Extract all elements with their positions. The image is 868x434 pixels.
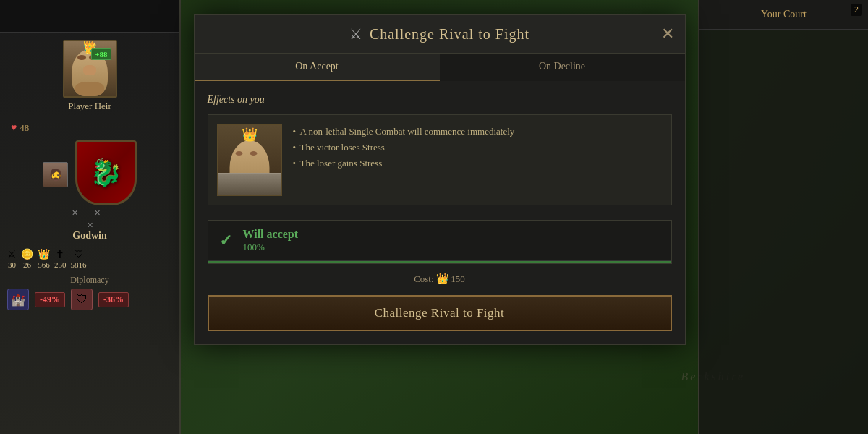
will-accept-section: ✓ Will accept 100%	[208, 220, 672, 264]
accept-text-group: Will accept 100%	[243, 228, 299, 253]
challenge-dialog: ⚔ Challenge Rival to Fight ✕ On Accept O…	[194, 14, 686, 345]
diplomacy-flag-1: 🏰	[7, 289, 29, 310]
cost-value: 150	[451, 273, 465, 284]
tab-on-accept[interactable]: On Accept	[195, 54, 440, 81]
piety-value: 48	[20, 122, 29, 134]
close-button[interactable]: ✕	[661, 26, 674, 42]
tab-on-decline[interactable]: On Decline	[440, 54, 685, 81]
right-panel: Your Court 2	[698, 0, 868, 434]
rival-portrait[interactable]: 👑	[217, 124, 282, 196]
dialog-body: Effects on you 👑 A non-lethal Single Com…	[195, 81, 685, 344]
dialog-title: Challenge Rival to Fight	[370, 26, 529, 43]
effects-prefix: Effects on	[208, 94, 250, 105]
cost-row: Cost: 👑 150	[208, 273, 672, 285]
effects-list: A non-lethal Single Combat will commence…	[293, 124, 515, 196]
cross-center: ✕	[87, 221, 93, 230]
dialog-overlay: ⚔ Challenge Rival to Fight ✕ On Accept O…	[181, 0, 698, 434]
resource-bar: ⚔ 30 🪙 26 👑 566 ✝ 250 🛡 5816	[0, 245, 179, 272]
left-panel: 👑 +88 Player Heir ♥ 48 🧔 ✕ ✕ ✕ Godwin ⚔	[0, 0, 181, 434]
coins-icon: 🛡	[74, 249, 84, 260]
heir-name[interactable]: Player Heir	[68, 101, 111, 112]
prestige-icon: 👑	[38, 248, 50, 260]
gold-icon: 🪙	[21, 248, 33, 260]
counter-badge: 2	[851, 4, 862, 16]
dialog-tabs: On Accept On Decline	[195, 54, 685, 81]
diplomacy-flag-2: 🛡	[71, 289, 93, 310]
effects-header: Effects on you	[208, 94, 672, 106]
piety-icon: ✝	[56, 248, 64, 260]
resource-piety: ✝ 250	[54, 248, 67, 269]
accept-bar-container	[208, 260, 671, 263]
heir-section: 👑 +88 Player Heir	[0, 33, 179, 119]
coins-value: 5816	[71, 260, 87, 269]
left-top-bar	[0, 0, 179, 33]
resource-gold: 🪙 26	[21, 248, 33, 269]
piety-val: 250	[54, 260, 67, 269]
crown-icon: 👑	[242, 127, 258, 142]
prestige-value: 566	[38, 260, 50, 269]
godwin-name[interactable]: Godwin	[72, 230, 106, 242]
checkmark-icon: ✓	[219, 231, 232, 250]
cost-label: Cost:	[414, 273, 433, 284]
diplomacy-badge-2: -36%	[98, 292, 129, 307]
will-accept-label: Will accept	[243, 228, 299, 241]
challenge-button[interactable]: Challenge Rival to Fight	[208, 295, 672, 331]
accept-row: ✓ Will accept 100%	[208, 221, 671, 260]
cost-prestige-icon: 👑	[436, 273, 451, 284]
diplomacy-row: 🏰 -49% 🛡 -36%	[7, 289, 172, 310]
resource-martial: ⚔ 30	[7, 248, 17, 269]
diplomacy-section: Diplomacy 🏰 -49% 🛡 -36%	[0, 272, 179, 313]
gold-value: 26	[23, 260, 31, 269]
rival-status-icons: ✕ ✕	[72, 208, 109, 218]
rival-armor	[218, 173, 281, 195]
effect-item-3: The loser gains Stress	[293, 156, 515, 171]
shield-emblem[interactable]	[75, 140, 137, 205]
godwin-section: 🧔 ✕ ✕ ✕ Godwin	[0, 137, 179, 245]
diplomacy-title: Diplomacy	[7, 275, 172, 286]
effects-target: you	[250, 94, 265, 105]
accept-percent: 100%	[243, 242, 299, 253]
heart-icon: ♥	[11, 122, 17, 134]
diplomacy-badge-1: -49%	[35, 292, 65, 307]
resource-prestige: 👑 566	[38, 248, 50, 269]
accept-bar	[208, 261, 671, 263]
martial-value: 30	[8, 260, 16, 269]
piety-row: ♥ 48	[0, 119, 179, 137]
your-court-header: Your Court	[699, 0, 868, 30]
martial-icon: ⚔	[7, 248, 17, 260]
dialog-header: ⚔ Challenge Rival to Fight ✕	[195, 15, 685, 54]
resource-gold2: 🛡 5816	[71, 249, 87, 269]
effects-box: 👑 A non-lethal Single Combat will commen…	[208, 114, 672, 205]
heir-badge: +88	[91, 48, 111, 60]
effect-item-2: The victor loses Stress	[293, 140, 515, 156]
sword-icon: ⚔	[349, 25, 362, 43]
effect-item-1: A non-lethal Single Combat will commence…	[293, 124, 515, 140]
